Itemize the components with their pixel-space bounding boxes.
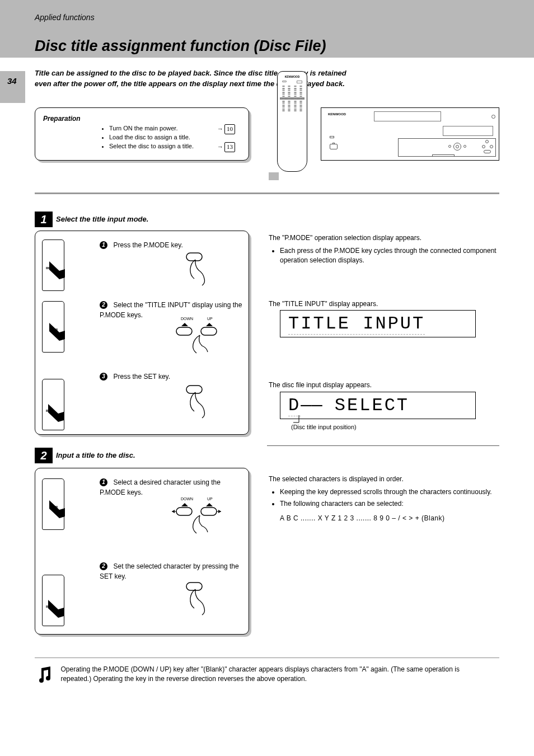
section-title: Applied functions <box>35 13 95 22</box>
feature-heading: Disc title assignment function (Disc Fil… <box>35 37 326 55</box>
